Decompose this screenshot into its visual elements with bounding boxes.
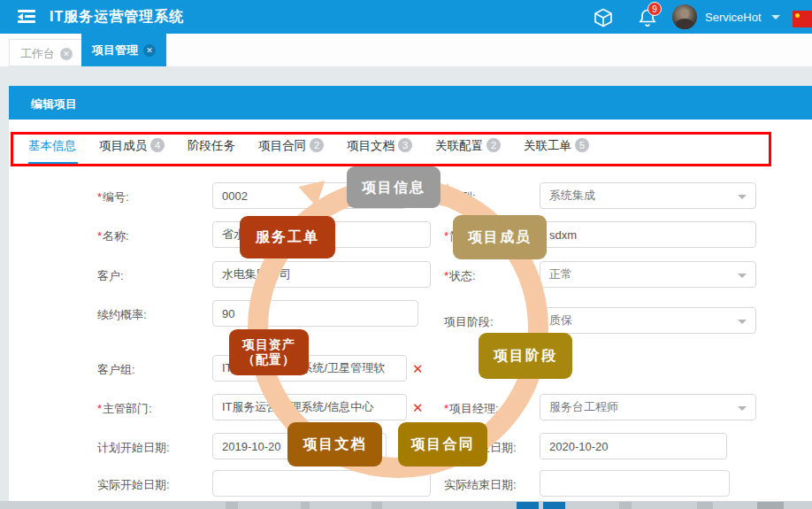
clear-icon[interactable]: ✕ <box>412 401 424 415</box>
taskbar-sliver <box>0 501 812 509</box>
tab-project-management[interactable]: 项目管理✕ <box>81 34 166 66</box>
avatar[interactable] <box>672 4 697 29</box>
left-gutter <box>0 86 9 509</box>
field-label-renewal: 续约概率: <box>97 307 147 323</box>
required-mark: * <box>97 190 102 204</box>
overlay-label-project-assets: 项目资产 （配置） <box>229 329 309 375</box>
overlay-label-project-contract: 项目合同 <box>398 422 487 467</box>
notification-badge: 9 <box>647 2 662 16</box>
plan-end-date-input[interactable] <box>540 433 727 459</box>
tab-project-members[interactable]: 项目成员4 <box>99 135 165 161</box>
short-name-input[interactable] <box>540 221 756 248</box>
top-bar: IT服务运营管理系统 9 ServiceHot <box>0 0 812 34</box>
field-label-type: *类型: <box>444 189 476 205</box>
tab-basic-info[interactable]: 基本信息 <box>28 135 76 161</box>
field-label-number: *编号: <box>97 189 129 205</box>
collapse-menu-icon[interactable] <box>18 10 39 24</box>
overlay-label-project-members: 项目成员 <box>453 215 547 259</box>
dropdown-caret-icon <box>738 320 747 324</box>
user-menu[interactable]: ServiceHot <box>705 11 762 24</box>
dropdown-caret-icon <box>738 195 747 199</box>
actual-end-date-input[interactable] <box>540 470 730 497</box>
tab-workbench[interactable]: 工作台✕ <box>9 39 84 66</box>
tab-project-contracts[interactable]: 项目合同2 <box>258 135 324 161</box>
app-title: IT服务运营管理系统 <box>50 8 184 27</box>
field-label-customer-group: 客户组: <box>97 362 135 378</box>
tab-related-config[interactable]: 关联配置2 <box>435 135 501 161</box>
required-mark: * <box>444 229 448 243</box>
field-label-name: *名称: <box>97 228 129 244</box>
status-select[interactable]: 正常 <box>540 261 756 288</box>
renewal-probability-input[interactable] <box>212 300 418 327</box>
required-mark: * <box>444 402 448 415</box>
field-label-actual-start: 实际开始日期: <box>97 477 170 493</box>
form-tab-bar: 基本信息 项目成员4 阶段任务 项目合同2 项目文档3 关联配置2 关联工单5 <box>28 135 589 161</box>
required-mark: * <box>97 402 102 415</box>
panel-title: 编辑项目 <box>31 96 77 112</box>
field-label-customer: 客户: <box>97 268 124 284</box>
overlay-label-project-info: 项目信息 <box>347 166 440 208</box>
overlay-label-project-stage: 项目阶段 <box>479 333 572 379</box>
count-badge: 2 <box>310 138 324 152</box>
tab-project-documents[interactable]: 项目文档3 <box>347 135 412 161</box>
actual-start-date-input[interactable] <box>212 470 431 497</box>
count-badge: 3 <box>398 138 412 152</box>
tab-related-tickets[interactable]: 关联工单5 <box>524 135 589 161</box>
chevron-down-icon[interactable] <box>771 15 780 19</box>
stage-select[interactable]: 质保 <box>540 307 756 334</box>
count-badge: 5 <box>575 138 589 152</box>
field-label-manager: *项目经理: <box>444 401 499 417</box>
overlay-label-project-docs: 项目文档 <box>287 422 382 467</box>
active-tab-underline <box>28 162 78 165</box>
close-icon[interactable]: ✕ <box>143 44 156 57</box>
type-select[interactable]: 系统集成 <box>540 182 756 209</box>
department-input[interactable] <box>212 394 407 420</box>
clear-icon[interactable]: ✕ <box>412 362 424 376</box>
language-flag-icon[interactable] <box>793 11 812 27</box>
required-mark: * <box>444 269 448 282</box>
panel-header: 编辑项目 <box>9 86 812 120</box>
field-label-status: *状态: <box>444 268 476 284</box>
field-label-plan-start: 计划开始日期: <box>97 440 170 456</box>
customer-input[interactable] <box>212 261 431 288</box>
tab-workbench-label: 工作台 <box>20 47 55 60</box>
required-mark: * <box>444 190 448 204</box>
window-tab-strip: 工作台✕ 项目管理✕ <box>0 34 812 66</box>
required-mark: * <box>97 229 102 243</box>
count-badge: 2 <box>486 138 501 152</box>
tab-stage-tasks[interactable]: 阶段任务 <box>188 135 235 161</box>
overlay-label-service-ticket: 服务工单 <box>240 216 335 258</box>
close-icon[interactable]: ✕ <box>60 48 73 60</box>
field-label-actual-end: 实际结束日期: <box>444 477 517 493</box>
dropdown-caret-icon <box>738 406 747 411</box>
count-badge: 4 <box>150 138 165 152</box>
dropdown-caret-icon <box>738 274 747 278</box>
tab-project-label: 项目管理 <box>92 43 138 57</box>
field-label-department: *主管部门: <box>97 401 152 417</box>
manager-select[interactable]: 服务台工程师 <box>540 394 756 420</box>
field-label-stage: 项目阶段: <box>444 314 494 330</box>
apps-cube-icon[interactable] <box>593 7 614 28</box>
content-gap <box>0 66 812 86</box>
